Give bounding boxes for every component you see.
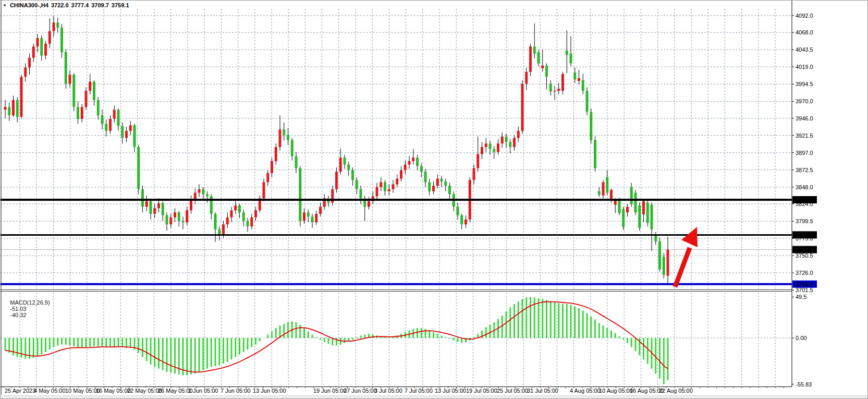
bull-candle [642,201,645,215]
bull-candle [400,170,402,178]
indicator-signal-value: -40.32 [10,312,26,318]
bull-candle [32,46,35,58]
time-tick-label: 16 May 05:00 [96,388,131,394]
bull-candle [464,220,467,224]
time-tick-label: 4 Aug 05:00 [570,388,601,394]
bear-candle [622,209,625,227]
ohlc-open-value: 3722.0 [51,2,69,8]
bear-candle [311,216,314,222]
bear-candle [537,52,540,64]
bear-candle [242,212,245,221]
bear-candle [351,170,354,180]
time-axis-labels: 25 Apr 20234 May 05:0010 May 05:0016 May… [5,388,693,394]
price-badge-label: 3780.0 [796,232,813,238]
bull-candle [485,143,487,147]
chart-titlebar: ▼ CHINA300-,H4 3722.0 3777.4 3709.7 3759… [3,2,132,9]
bear-candle [420,166,423,172]
bear-candle [651,204,653,229]
bear-candle [424,172,427,182]
price-badge-label: 3759.1 [796,247,813,253]
bear-candle [344,158,346,164]
bull-candle [266,173,269,183]
price-tick-label: 3799.5 [796,218,813,224]
macd-tick-label: -55.83 [796,381,812,388]
price-tick-label: 3848.0 [796,184,813,190]
symbol-period-label: CHINA300-,H4 [10,2,48,8]
bear-candle [489,143,492,149]
bear-candle [545,66,548,77]
bear-candle [457,207,459,215]
bear-candle [121,126,124,138]
time-tick-label: 31 Jul 05:00 [527,388,558,394]
bull-candle [368,201,370,207]
bull-candle [109,119,112,131]
bull-candle [12,100,15,116]
bear-candle [40,38,43,56]
chart-canvas: 4092.04068.04043.54019.03994.53970.03946… [1,1,868,399]
bear-candle [214,214,217,229]
bear-candle [356,180,358,189]
bear-candle [97,100,100,116]
macd-tick-label: 0.00 [796,335,806,341]
bull-candle [319,207,322,213]
price-tick-label: 4092.0 [796,13,813,19]
bull-candle [81,107,83,119]
bear-candle [573,72,576,79]
bear-candle [202,189,204,194]
time-tick-label: 25 Apr 2023 [5,388,35,394]
bull-candle [85,91,88,107]
bull-candle [396,179,398,185]
bull-candle [69,75,71,84]
time-tick-label: 13 Jul 05:00 [435,388,466,394]
bull-candle [153,208,156,214]
bear-candle [509,142,511,147]
bear-candle [299,168,301,221]
price-tick-label: 3921.5 [796,132,813,139]
bull-candle [222,224,225,235]
bull-candle [561,74,564,91]
bear-candle [101,115,104,124]
bull-candle [230,210,233,217]
time-tick-label: 10 Aug 05:00 [599,388,633,394]
bull-candle [234,205,237,210]
bear-candle [646,202,649,223]
bull-candle [404,165,407,171]
bear-candle [634,193,637,213]
bear-candle [60,28,63,52]
bear-candle [586,91,589,112]
bull-candle [226,217,229,224]
bear-candle [141,189,144,207]
price-tick-label: 3946.0 [796,115,813,122]
bull-candle [554,91,556,91]
bull-candle [275,147,277,161]
indicator-main-value: -51.03 [10,306,26,312]
bear-candle [505,137,508,142]
bear-candle [307,212,310,216]
bear-candle [570,54,572,64]
bear-candle [663,257,665,275]
bull-candle [388,189,390,191]
bull-candle [497,143,499,152]
bear-candle [460,215,463,225]
bear-candle [416,158,419,166]
bull-candle [4,107,7,110]
bull-candle [476,154,479,168]
ohlc-close-value: 3759.1 [112,2,129,8]
indicator-label: MACD(12,26,9) -51.03 -40.32 [4,293,53,324]
time-tick-label: 3 Jul 05:00 [374,388,402,394]
bear-candle [65,52,67,84]
bear-candle [283,129,285,135]
price-tick-label: 4043.5 [796,46,813,53]
indicator-name: MACD(12,26,9) [10,299,50,306]
time-tick-label: 19 Jun 05:00 [313,388,347,394]
bull-candle [125,131,128,138]
bull-candle [392,184,395,189]
bull-candle [169,217,172,224]
bear-candle [238,205,241,212]
price-badge-label: 3710.0 [796,281,813,287]
bear-candle [218,229,221,235]
symbol-dropdown-icon[interactable]: ▼ [3,3,7,8]
bear-candle [566,51,568,55]
bull-candle [157,203,160,208]
bear-candle [618,200,621,213]
